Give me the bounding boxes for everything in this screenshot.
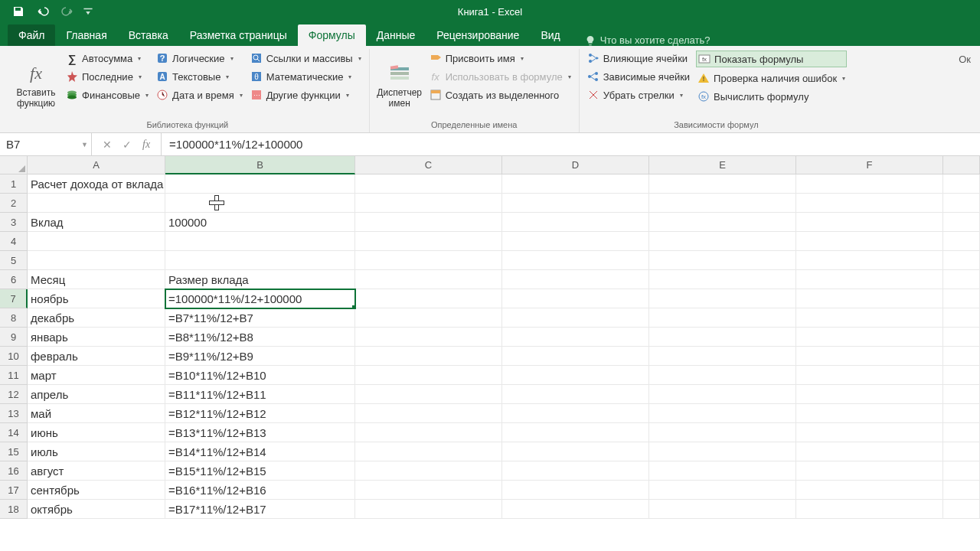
row-header[interactable]: 15 [0,442,28,461]
cell-D13[interactable] [502,404,649,423]
cell-A17[interactable]: сентябрь [28,481,165,500]
row-header[interactable]: 11 [0,366,28,385]
cell-pad[interactable] [943,308,980,328]
cell-pad[interactable] [943,347,980,366]
cell-B4[interactable] [165,232,355,251]
tab-view[interactable]: Вид [530,24,570,46]
use-in-formula-button[interactable]: fxИспользовать в формуле▾ [428,69,573,84]
cell-D1[interactable] [502,174,649,194]
cell-B14[interactable]: =B13*11%/12+B13 [165,423,355,442]
cell-E15[interactable] [649,442,796,461]
column-header-E[interactable]: E [649,156,796,174]
cell-C3[interactable] [355,213,502,232]
cell-B2[interactable] [165,194,355,213]
cell-F3[interactable] [796,213,943,232]
cell-E10[interactable] [649,347,796,366]
cell-A16[interactable]: август [28,461,165,481]
cell-C2[interactable] [355,194,502,213]
row-header[interactable]: 7 [0,289,28,308]
more-button[interactable]: ⋯Другие функции▾ [249,87,363,103]
redo-button[interactable] [58,2,77,21]
math-button[interactable]: θМатематические▾ [249,69,363,84]
column-header-A[interactable]: A [28,156,165,174]
cell-C5[interactable] [355,251,502,270]
tell-me[interactable]: Что вы хотите сделать? [571,34,710,46]
cell-C1[interactable] [355,174,502,194]
cell-F7[interactable] [796,289,943,308]
cell-F15[interactable] [796,442,943,461]
cell-D14[interactable] [502,423,649,442]
cell-D10[interactable] [502,347,649,366]
cell-E11[interactable] [649,366,796,385]
cell-A7[interactable]: ноябрь [28,289,165,308]
row-header[interactable]: 12 [0,385,28,404]
tab-file[interactable]: Файл [8,24,55,46]
cell-E5[interactable] [649,251,796,270]
row-header[interactable]: 4 [0,232,28,251]
cell-pad[interactable] [943,194,980,213]
cell-D15[interactable] [502,442,649,461]
tab-home[interactable]: Главная [55,24,117,46]
insert-function-button[interactable]: fx Вставить функцию [12,49,60,119]
cell-F17[interactable] [796,481,943,500]
cell-B8[interactable]: =B7*11%/12+B7 [165,308,355,328]
row-header[interactable]: 18 [0,500,28,519]
row-header[interactable]: 8 [0,308,28,328]
cell-C9[interactable] [355,328,502,347]
cell-C16[interactable] [355,461,502,481]
cell-B16[interactable]: =B15*11%/12+B15 [165,461,355,481]
cell-pad[interactable] [943,366,980,385]
datetime-button[interactable]: Дата и время▾ [155,87,244,103]
formula-input[interactable]: =100000*11%/12+100000 [162,138,980,151]
cell-E17[interactable] [649,481,796,500]
evaluate-formula-button[interactable]: fxВычислить формулу [696,89,847,104]
cell-E3[interactable] [649,213,796,232]
cell-B17[interactable]: =B16*11%/12+B16 [165,481,355,500]
cell-D7[interactable] [502,289,649,308]
row-header[interactable]: 17 [0,481,28,500]
cell-pad[interactable] [943,270,980,289]
cell-B9[interactable]: =B8*11%/12+B8 [165,328,355,347]
cell-F9[interactable] [796,328,943,347]
row-header[interactable]: 14 [0,423,28,442]
cell-A9[interactable]: январь [28,328,165,347]
cell-A5[interactable] [28,251,165,270]
cell-E12[interactable] [649,385,796,404]
text-button[interactable]: AТекстовые▾ [155,69,244,84]
cell-B11[interactable]: =B10*11%/12+B10 [165,366,355,385]
define-name-button[interactable]: Присвоить имя▾ [428,51,573,66]
cell-F6[interactable] [796,270,943,289]
cell-F11[interactable] [796,366,943,385]
create-from-selection-button[interactable]: Создать из выделенного [428,87,573,103]
cell-F12[interactable] [796,385,943,404]
cell-B6[interactable]: Размер вклада [165,270,355,289]
cell-E9[interactable] [649,328,796,347]
row-header[interactable]: 13 [0,404,28,423]
cell-pad[interactable] [943,289,980,308]
row-header[interactable]: 1 [0,174,28,194]
recent-button[interactable]: Последние▾ [64,69,150,84]
cell-C12[interactable] [355,385,502,404]
cell-F10[interactable] [796,347,943,366]
cell-B18[interactable]: =B17*11%/12+B17 [165,500,355,519]
cell-F14[interactable] [796,423,943,442]
cell-E6[interactable] [649,270,796,289]
cell-pad[interactable] [943,442,980,461]
cell-C4[interactable] [355,232,502,251]
cell-F4[interactable] [796,232,943,251]
cell-A11[interactable]: март [28,366,165,385]
cell-E18[interactable] [649,500,796,519]
row-header[interactable]: 16 [0,461,28,481]
cell-A12[interactable]: апрель [28,385,165,404]
cell-A10[interactable]: февраль [28,347,165,366]
row-header[interactable]: 6 [0,270,28,289]
cell-pad[interactable] [943,213,980,232]
cell-pad[interactable] [943,328,980,347]
undo-button[interactable] [34,2,52,21]
cell-A18[interactable]: октябрь [28,500,165,519]
cell-F16[interactable] [796,461,943,481]
name-box[interactable]: B7▼ [0,133,92,155]
row-header[interactable]: 2 [0,194,28,213]
cell-B10[interactable]: =B9*11%/12+B9 [165,347,355,366]
enter-formula-button[interactable]: ✓ [122,139,132,151]
